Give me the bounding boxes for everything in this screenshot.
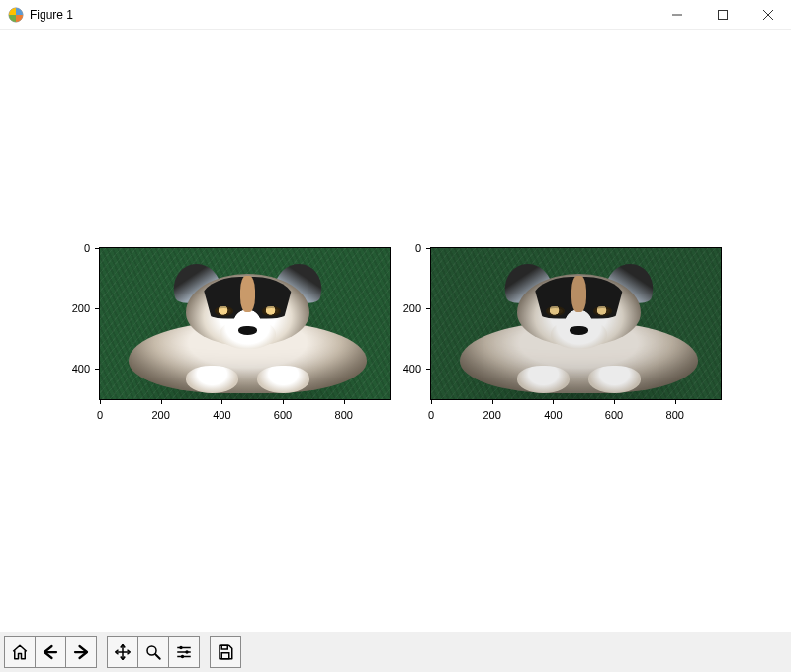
window-close-button[interactable] [746, 0, 791, 30]
x-tick-label: 400 [544, 409, 562, 421]
image-right [431, 248, 721, 399]
save-button[interactable] [210, 636, 241, 668]
x-tick-label: 800 [335, 409, 353, 421]
svg-point-5 [181, 655, 184, 658]
x-tick [344, 400, 345, 404]
y-tick-label: 200 [72, 302, 90, 314]
x-tick-label: 200 [151, 409, 169, 421]
x-tick [431, 400, 432, 404]
window-maximize-button[interactable] [700, 0, 746, 30]
x-tick [675, 400, 676, 404]
y-tick-label: 400 [72, 363, 90, 375]
x-tick [553, 400, 554, 404]
x-tick [100, 400, 101, 404]
x-tick [283, 400, 284, 404]
zoom-button[interactable] [137, 636, 169, 668]
axes-left[interactable]: 02004006008000200400 [99, 247, 391, 400]
y-tick-label: 0 [84, 242, 90, 254]
x-tick-label: 400 [213, 409, 230, 421]
x-tick [161, 400, 162, 404]
y-tick-label: 0 [415, 242, 421, 254]
app-icon [8, 7, 24, 23]
x-tick-label: 800 [666, 409, 684, 421]
image-left [100, 248, 390, 399]
y-tick [426, 308, 430, 309]
x-tick-label: 0 [428, 409, 434, 421]
x-tick-label: 600 [274, 409, 292, 421]
figure-canvas[interactable]: 02004006008000200400 0200400600800020040… [0, 30, 791, 632]
back-button[interactable] [35, 636, 66, 668]
y-tick-label: 400 [403, 363, 421, 375]
svg-rect-1 [719, 10, 728, 19]
svg-point-3 [179, 646, 182, 649]
window-titlebar: Figure 1 [0, 0, 791, 30]
configure-subplots-button[interactable] [168, 636, 200, 668]
window-minimize-button[interactable] [655, 0, 700, 30]
home-button[interactable] [4, 636, 36, 668]
svg-rect-7 [221, 653, 229, 659]
y-tick [426, 248, 430, 249]
x-tick [221, 400, 222, 404]
x-tick-label: 600 [605, 409, 623, 421]
y-tick-label: 200 [403, 302, 421, 314]
svg-rect-6 [221, 645, 227, 649]
y-tick [95, 248, 99, 249]
y-tick [426, 369, 430, 370]
y-tick [95, 369, 99, 370]
window-title: Figure 1 [30, 8, 73, 22]
x-tick-label: 0 [97, 409, 103, 421]
x-tick [492, 400, 493, 404]
y-tick [95, 308, 99, 309]
svg-point-4 [185, 650, 188, 653]
pan-button[interactable] [107, 636, 138, 668]
axes-right[interactable]: 02004006008000200400 [430, 247, 722, 400]
mpl-toolbar [0, 632, 791, 672]
x-tick [614, 400, 615, 404]
x-tick-label: 200 [483, 409, 500, 421]
forward-button[interactable] [65, 636, 97, 668]
